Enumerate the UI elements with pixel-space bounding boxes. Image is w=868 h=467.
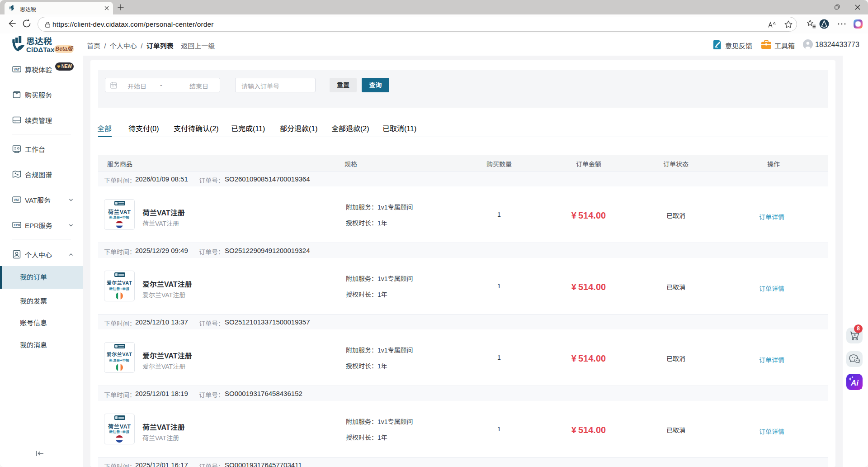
svg-text:Ai: Ai <box>850 379 859 387</box>
svg-text:VAT: VAT <box>14 198 20 201</box>
svg-text:EPR: EPR <box>14 224 20 227</box>
svg-text:VAT: VAT <box>14 68 20 71</box>
